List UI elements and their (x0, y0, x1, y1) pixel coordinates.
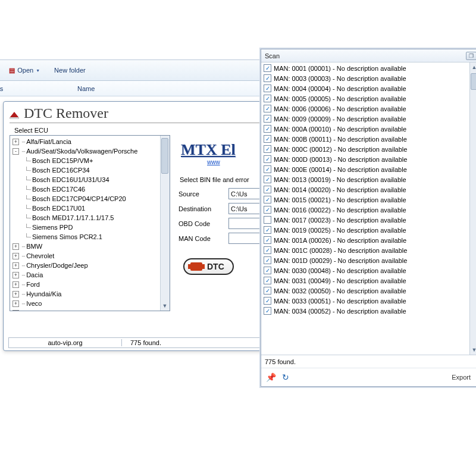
scan-row[interactable]: MAN: 0009 (00009) - No description avail… (262, 114, 468, 124)
scan-row[interactable]: MAN: 0001 (00001) - No description avail… (262, 63, 468, 73)
tree-node[interactable]: +···Iveco (11, 299, 168, 308)
tree-node[interactable]: +···Jaguar (11, 308, 168, 311)
scan-row[interactable]: MAN: 0015 (00021) - No description avail… (262, 195, 468, 205)
expand-icon[interactable]: + (12, 243, 19, 250)
expand-icon[interactable]: + (12, 281, 19, 288)
scroll-thumb[interactable] (161, 138, 168, 174)
scan-row[interactable]: MAN: 000C (00012) - No description avail… (262, 144, 468, 154)
collapse-icon[interactable]: - (12, 148, 19, 155)
checkbox[interactable] (264, 287, 271, 295)
refresh-icon[interactable]: ↻ (282, 372, 289, 382)
scan-row-text: MAN: 001D (00029) - No description avail… (274, 257, 407, 264)
scan-list[interactable]: MAN: 0001 (00001) - No description avail… (261, 62, 476, 355)
scroll-down-icon[interactable]: ▼ (160, 301, 170, 311)
checkbox[interactable] (264, 216, 271, 224)
scan-row[interactable]: MAN: 0006 (00006) - No description avail… (262, 104, 468, 114)
checkbox[interactable] (264, 74, 271, 82)
checkbox[interactable] (264, 236, 271, 244)
tree-leaf[interactable]: └··Bosch EDC15P/VM+ (11, 156, 168, 165)
tree-node[interactable]: +···BMW (11, 242, 168, 251)
scan-row[interactable]: MAN: 0013 (00019) - No description avail… (262, 174, 468, 184)
tree-node[interactable]: +···Alfa/Fiat/Lancia (11, 137, 168, 146)
tree-leaf[interactable]: └··Siemens PPD (11, 223, 168, 232)
favorites-header[interactable]: Favorites (0, 85, 65, 92)
expand-icon[interactable]: + (12, 291, 19, 298)
tree-scrollbar[interactable]: ▲ ▼ (160, 136, 170, 311)
scan-row[interactable]: MAN: 001C (00028) - No description avail… (262, 245, 468, 255)
checkbox[interactable] (264, 176, 271, 183)
scan-row[interactable]: MAN: 000A (00010) - No description avail… (262, 124, 468, 134)
scan-row[interactable]: MAN: 0004 (00004) - No description avail… (262, 83, 468, 93)
expand-icon[interactable]: + (12, 262, 19, 269)
scan-row[interactable]: MAN: 0034 (00052) - No description avail… (262, 306, 468, 316)
scan-row[interactable]: MAN: 0014 (00020) - No description avail… (262, 184, 468, 195)
dtc-button[interactable]: DTC (183, 258, 234, 275)
tree-node[interactable]: +···Hyundai/Kia (11, 289, 168, 299)
checkbox[interactable] (264, 135, 271, 143)
scroll-up-icon[interactable]: ▲ (469, 62, 476, 72)
tree-leaf[interactable]: └··Bosch EDC16CP34 (11, 165, 168, 175)
scan-row[interactable]: MAN: 0019 (00025) - No description avail… (262, 225, 468, 235)
checkbox[interactable] (264, 105, 271, 112)
expand-icon[interactable]: + (12, 310, 19, 312)
open-menu[interactable]: ▤ Open ▼ (9, 67, 40, 74)
checkbox[interactable] (264, 226, 271, 234)
scroll-down-icon[interactable]: ▼ (469, 345, 476, 355)
tree-leaf[interactable]: └··Bosch EDC17C46 (11, 184, 168, 194)
scan-row[interactable]: MAN: 001A (00026) - No description avail… (262, 235, 468, 245)
scan-row[interactable]: MAN: 0030 (00048) - No description avail… (262, 265, 468, 275)
checkbox[interactable] (264, 95, 271, 102)
scan-row[interactable]: MAN: 0003 (00003) - No description avail… (262, 73, 468, 83)
checkbox[interactable] (264, 256, 271, 264)
tree-node[interactable]: -···Audi/Seat/Skoda/Volkswagen/Porsche (11, 146, 168, 156)
scan-row[interactable]: MAN: 0005 (00005) - No description avail… (262, 93, 468, 104)
scan-row[interactable]: MAN: 0017 (00023) - No description avail… (262, 215, 468, 225)
scroll-thumb[interactable] (471, 73, 476, 90)
scan-row[interactable]: MAN: 000D (00013) - No description avail… (262, 154, 468, 164)
tree-node[interactable]: +···Chevrolet (11, 251, 168, 261)
export-button[interactable]: Export (452, 374, 471, 381)
tree-node[interactable]: +···Chrysler/Dodge/Jeep (11, 261, 168, 270)
scan-row[interactable]: MAN: 0016 (00022) - No description avail… (262, 205, 468, 215)
ecu-tree[interactable]: +···Alfa/Fiat/Lancia -···Audi/Seat/Skoda… (10, 135, 170, 311)
checkbox[interactable] (264, 145, 271, 153)
checkbox[interactable] (264, 64, 271, 72)
scan-scrollbar[interactable]: ▲ ▼ (469, 62, 476, 355)
checkbox[interactable] (264, 307, 271, 315)
tree-leaf[interactable]: └··Bosch EDC16U1/U31/U34 (11, 175, 168, 184)
scan-row[interactable]: MAN: 001D (00029) - No description avail… (262, 255, 468, 265)
checkbox[interactable] (264, 84, 271, 92)
expand-icon[interactable]: + (12, 139, 19, 145)
expand-icon[interactable]: + (12, 253, 19, 259)
checkbox[interactable] (264, 155, 271, 163)
expand-icon[interactable]: + (12, 300, 19, 307)
name-column-header[interactable]: Name (65, 85, 95, 92)
new-folder-button[interactable]: New folder (54, 67, 86, 74)
checkbox[interactable] (264, 206, 271, 214)
scan-row[interactable]: MAN: 0031 (00049) - No description avail… (262, 275, 468, 286)
checkbox[interactable] (264, 165, 271, 173)
tree-node[interactable]: +···Dacia (11, 270, 168, 280)
tree-leaf[interactable]: └··Bosch MED17.1/17.1.1/17.5 (11, 213, 168, 223)
checkbox[interactable] (264, 115, 271, 123)
checkbox[interactable] (264, 297, 271, 305)
pin-icon[interactable]: 📌 (266, 372, 276, 382)
checkbox[interactable] (264, 196, 271, 203)
tree-leaf[interactable]: └··Bosch EDC17CP04/CP14/CP20 (11, 194, 168, 203)
scan-row[interactable]: MAN: 000E (00014) - No description avail… (262, 164, 468, 174)
tree-node[interactable]: +···Ford (11, 280, 168, 289)
checkbox[interactable] (264, 186, 271, 193)
expand-icon[interactable]: + (12, 272, 19, 278)
tree-leaf[interactable]: └··Siemens Simos PCR2.1 (11, 232, 168, 242)
checkbox[interactable] (264, 277, 271, 284)
scan-row[interactable]: MAN: 0033 (00051) - No description avail… (262, 296, 468, 306)
tree-leaf[interactable]: └··Bosch EDC17U01 (11, 203, 168, 213)
checkbox[interactable] (264, 246, 271, 254)
checkbox[interactable] (264, 267, 271, 274)
scan-row-text: MAN: 000B (00011) - No description avail… (274, 136, 407, 143)
restore-window-icon[interactable]: ❐ (466, 52, 476, 60)
checkbox[interactable] (264, 125, 271, 133)
scan-row[interactable]: MAN: 000B (00011) - No description avail… (262, 134, 468, 144)
scan-row[interactable]: MAN: 0032 (00050) - No description avail… (262, 286, 468, 296)
scan-title: Scan (265, 52, 280, 60)
